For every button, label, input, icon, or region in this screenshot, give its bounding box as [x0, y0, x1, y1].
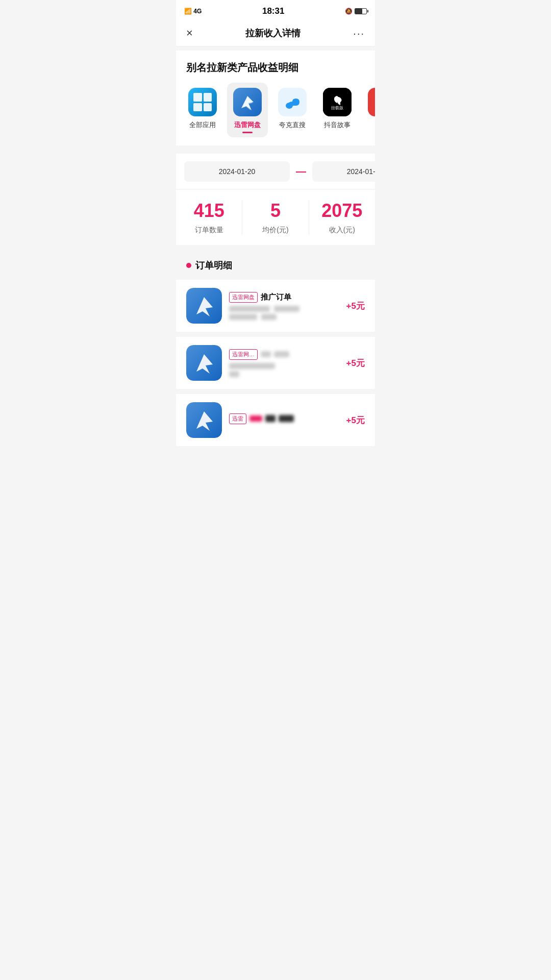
tab-douyin[interactable]: 挂载版 抖音故事 — [317, 83, 358, 137]
order-amount-2: +5元 — [346, 357, 365, 369]
order-badge-2: 迅雷网… — [229, 349, 258, 360]
order-info-2: 迅雷网… — [229, 349, 339, 377]
xunlei-icon — [233, 88, 262, 116]
status-bar: 📶 4G 18:31 🔕 — [176, 0, 375, 20]
douyin-icon: 挂载版 — [323, 88, 352, 116]
order-separator-2 — [176, 390, 375, 394]
tab-xunlei-label: 迅雷网盘 — [234, 120, 261, 130]
svg-point-0 — [286, 103, 293, 109]
nav-title: 拉新收入详情 — [245, 27, 300, 39]
active-indicator — [242, 132, 253, 133]
order-meta-blur-1b — [274, 306, 299, 312]
tab-douyin-label: 抖音故事 — [324, 120, 350, 130]
order-amount-3: +5元 — [346, 414, 365, 426]
start-date-input[interactable] — [184, 161, 290, 182]
section-header: 别名拉新类产品收益明细 — [176, 51, 375, 83]
order-info-1: 迅雷网盘 推广订单 — [229, 292, 339, 320]
order-info-3: 迅雷 — [229, 413, 339, 427]
status-time: 18:31 — [262, 6, 284, 16]
svg-text:挂载版: 挂载版 — [331, 106, 343, 110]
separator-1 — [176, 145, 375, 150]
status-right-icons: 🔕 — [345, 8, 367, 15]
order-app-icon-2 — [186, 345, 222, 381]
order-meta-blur-1c — [229, 314, 257, 320]
stat-avg-label: 均价(元) — [242, 226, 308, 235]
stat-avg-price: 5 均价(元) — [242, 200, 309, 235]
app-tabs: 全部应用 迅雷网盘 夸克直搜 — [176, 83, 375, 145]
order-app-icon-3 — [186, 402, 222, 438]
order-blur-3c — [279, 415, 294, 422]
tab-all-apps-label: 全部应用 — [189, 120, 216, 130]
tab-kuake-label: 夸克直搜 — [279, 120, 306, 130]
tab-kuake[interactable]: 夸克直搜 — [272, 83, 313, 137]
order-badge-1: 迅雷网盘 — [229, 292, 258, 303]
section-title: 别名拉新类产品收益明细 — [186, 62, 298, 73]
order-item-3[interactable]: 迅雷 +5元 — [176, 394, 375, 446]
separator-2 — [176, 245, 375, 249]
stat-order-value: 415 — [176, 200, 242, 222]
stat-avg-value: 5 — [242, 200, 308, 222]
order-type-1: 推广订单 — [261, 292, 291, 302]
stat-revenue: 2075 收入(元) — [309, 200, 375, 235]
order-meta-blur-2a — [229, 363, 275, 369]
order-blur-3a — [249, 415, 262, 422]
stats-row: 415 订单数量 5 均价(元) 2075 收入(元) — [176, 190, 375, 245]
order-item[interactable]: 迅雷网盘 推广订单 +5元 — [176, 280, 375, 332]
separator-3 — [176, 276, 375, 280]
order-meta-blur-1d — [261, 314, 277, 320]
stat-order-label: 订单数量 — [176, 226, 242, 235]
order-list: 迅雷网盘 推广订单 +5元 — [176, 280, 375, 457]
signal-icon: 📶 4G — [184, 8, 202, 15]
close-button[interactable]: × — [186, 27, 193, 40]
nav-bar: × 拉新收入详情 ··· — [176, 20, 375, 46]
order-separator-1 — [176, 333, 375, 337]
order-amount-1: +5元 — [346, 300, 365, 312]
order-blur-2a — [261, 351, 271, 357]
tab-jintou[interactable]: E 今日 — [362, 83, 375, 137]
all-apps-icon — [188, 88, 217, 116]
mute-icon: 🔕 — [345, 8, 353, 15]
end-date-input[interactable] — [312, 161, 375, 182]
order-item-2[interactable]: 迅雷网… +5元 — [176, 337, 375, 389]
stat-revenue-label: 收入(元) — [309, 226, 375, 235]
stat-order-count: 415 订单数量 — [176, 200, 242, 235]
order-badge-3: 迅雷 — [229, 413, 246, 424]
order-title: 订单明细 — [195, 259, 232, 272]
tab-all-apps[interactable]: 全部应用 — [182, 83, 223, 137]
tab-xunlei[interactable]: 迅雷网盘 — [227, 83, 268, 137]
stat-revenue-value: 2075 — [309, 200, 375, 222]
jintou-icon: E — [368, 88, 375, 116]
order-app-icon-1 — [186, 288, 222, 324]
order-section-header: 订单明细 — [176, 249, 375, 276]
order-meta-blur-2b — [229, 371, 239, 377]
order-meta-blur-1a — [229, 306, 270, 312]
order-blur-2b — [274, 351, 289, 357]
order-dot — [186, 263, 191, 268]
order-blur-3b — [265, 415, 276, 422]
kuake-icon — [278, 88, 307, 116]
date-separator: — — [296, 165, 306, 177]
date-filter: — 查询 — [176, 154, 375, 189]
battery-icon — [355, 8, 367, 14]
more-button[interactable]: ··· — [353, 28, 365, 39]
